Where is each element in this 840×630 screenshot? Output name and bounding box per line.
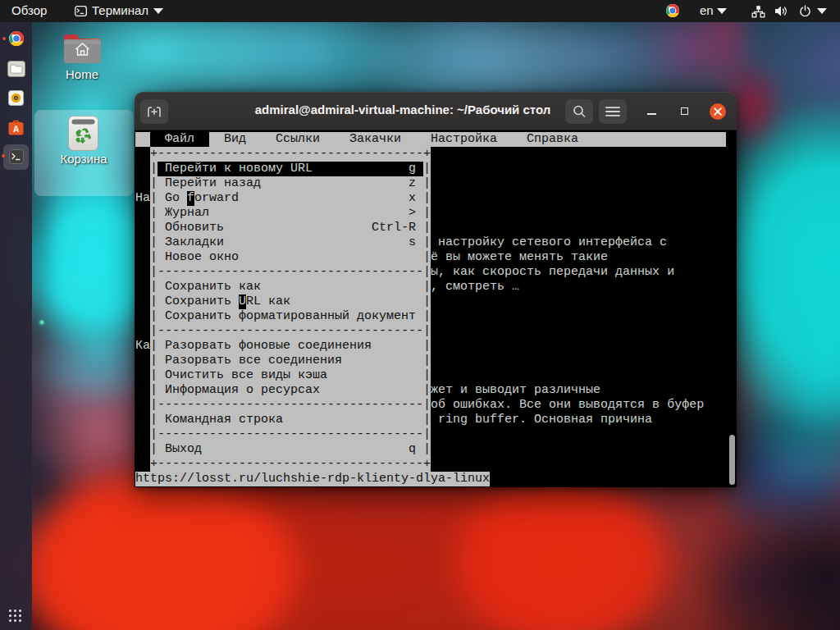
svg-text:A: A [13,125,19,134]
